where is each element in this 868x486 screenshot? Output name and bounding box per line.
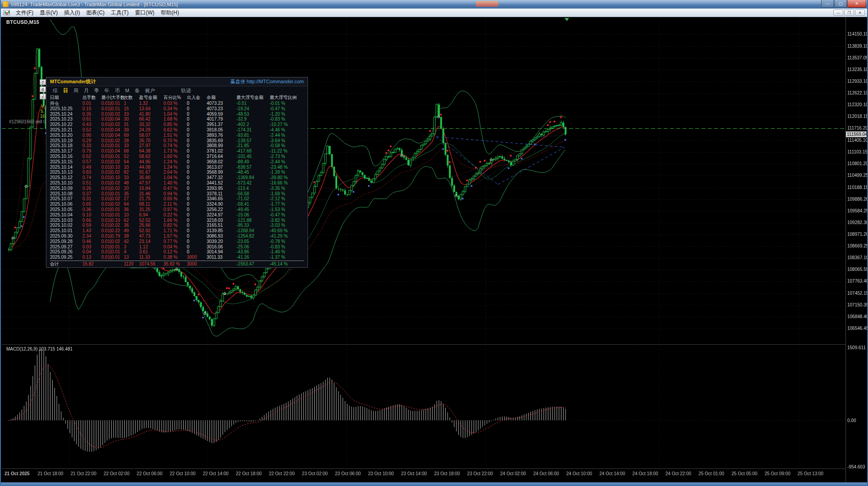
stats-tab-7[interactable]: 币 xyxy=(112,87,122,94)
restore-button[interactable]: ▢ xyxy=(834,0,847,8)
price-axis-label: 112622.10 xyxy=(847,90,868,95)
stats-cell: 0 xyxy=(187,112,207,117)
stats-cell: 31.46 xyxy=(139,191,163,197)
stats-cell: -3.03 % xyxy=(270,223,301,228)
stats-cell: 47.73 xyxy=(139,234,163,239)
chart-workspace: BTCUSD,M15 MACD(12,26,9) 103.715 146.481… xyxy=(2,17,866,482)
price-axis-label: 108971.20 xyxy=(847,232,868,237)
price-axis-label: 109584.25 xyxy=(847,208,868,213)
time-axis[interactable]: 21 Oct 202521 Oct 18:0021 Oct 22:0022 Oc… xyxy=(2,469,845,482)
stats-cell: 1.32 xyxy=(139,101,163,106)
stats-tab-3[interactable]: 周 xyxy=(71,87,81,94)
macd-indicator-label: MACD(12,26,9) 103.715 146.481 xyxy=(6,346,72,351)
stats-cell: 0.90 xyxy=(82,133,101,138)
stats-cell: 0.01|0.04 xyxy=(101,133,124,138)
stats-cell: 0.49 xyxy=(82,165,101,170)
stats-cell: 64.38 xyxy=(139,148,163,154)
stats-tab-9[interactable]: 备 xyxy=(132,87,142,94)
stats-cell: 3378.11 xyxy=(207,191,236,197)
app-icon xyxy=(3,1,9,7)
stats-cell: 0.01|0.01 xyxy=(101,249,124,255)
stats-cell: 3324.90 xyxy=(207,202,236,207)
stats-cell: 2025.09.27 xyxy=(50,244,82,250)
stats-tab-8[interactable]: M xyxy=(122,88,132,93)
time-axis-label: 22 Oct 18:00 xyxy=(236,471,262,476)
stats-cell: 2025.10.06 xyxy=(50,202,82,207)
mdi-restore-button[interactable]: ❐ xyxy=(844,9,854,16)
time-axis-label: 25 Oct 09:00 xyxy=(764,471,790,476)
menu-view[interactable]: 显示(V) xyxy=(36,9,61,17)
stats-cell: 2025.10.01 xyxy=(50,228,82,234)
stats-cell: -1.20 % xyxy=(270,112,301,117)
stats-cell: 2.11 % xyxy=(163,202,187,207)
price-axis-label: 107452.15 xyxy=(847,291,868,296)
stats-panel-brand-link[interactable]: 赢盘侠 http://MTCommander.com xyxy=(231,78,304,85)
stats-cell: -1254.82 xyxy=(236,234,270,239)
stats-cell: 1.68 % xyxy=(163,117,187,122)
stats-cell xyxy=(207,261,236,267)
stats-cell: -101.45 xyxy=(236,154,270,159)
stats-row: 2025.10.050.360.01|0.013631.250.97 %0325… xyxy=(50,207,304,212)
stats-cell: 3224.97 xyxy=(207,212,236,218)
stats-cell: 3000 xyxy=(187,261,207,267)
stats-cell: 2025.10.10 xyxy=(50,180,82,186)
stats-cell: 0 xyxy=(187,244,207,250)
stats-cell: 0.01|0.01 xyxy=(101,143,124,148)
stats-cell: 3613.07 xyxy=(207,165,236,170)
stats-cell: 0.01|0.02 xyxy=(101,122,124,127)
stats-cell: 24.29 xyxy=(139,127,163,133)
stats-cell: 2025.10.19 xyxy=(50,138,82,144)
stats-row: 2025.10.220.430.01|0.023133.320.85 %0395… xyxy=(50,122,304,127)
mdi-close-button[interactable]: ✕ xyxy=(855,9,865,16)
stats-cell: 3781.02 xyxy=(207,148,236,154)
menu-window[interactable]: 窗口(W) xyxy=(132,9,158,17)
stats-tab-5[interactable]: 季 xyxy=(91,87,102,94)
price-axis[interactable]: 114150.10113839.10113537.05113235.101129… xyxy=(845,17,866,482)
stats-row: 2025.10.070.310.01|0.022721.750.65 %0334… xyxy=(50,196,304,202)
stats-cell: 3256.22 xyxy=(207,207,236,212)
close-button[interactable]: ✕ xyxy=(847,0,866,8)
stats-cell: 0 xyxy=(187,170,207,175)
stats-cell: 0 xyxy=(187,186,207,191)
stats-cell: 0 xyxy=(187,106,207,112)
stats-row: 2025.10.190.290.01|0.022826.700.70 %0383… xyxy=(50,138,304,144)
menu-charts[interactable]: 图表(C) xyxy=(83,9,108,17)
stats-cell: 3808.99 xyxy=(207,143,236,148)
stats-cell: 0.01|0.04 xyxy=(101,127,124,133)
stats-cell: 2025.10.23 xyxy=(50,117,82,122)
ea-button-1[interactable]: 7 xyxy=(40,79,46,85)
stats-cell: 0 xyxy=(187,154,207,159)
stats-cell: 0.01|0.01 xyxy=(101,106,124,112)
stats-cell: 2025.10.16 xyxy=(50,154,82,159)
ea-button-2[interactable]: 8 xyxy=(40,86,46,92)
stats-tab-2[interactable]: 日 xyxy=(60,87,71,94)
stats-cell: -56.58 xyxy=(236,191,270,197)
menu-file[interactable]: 文件(F) xyxy=(13,9,36,17)
stats-tab-10[interactable]: 账户 xyxy=(142,87,158,94)
mtcommander-stats-panel[interactable]: MTCommander统计 赢盘侠 http://MTCommander.com… xyxy=(46,77,308,268)
ea-button-3[interactable]: √ xyxy=(40,94,46,99)
stats-tab-trajectory[interactable]: 轨迹 xyxy=(178,87,194,94)
menu-items: 文件(F)显示(V)插入(I)图表(C)工具(T)窗口(W)帮助(H) xyxy=(13,9,182,17)
stats-cell: 2025.10.12 xyxy=(50,175,82,180)
menu-tools[interactable]: 工具(T) xyxy=(108,9,131,17)
stats-cell: 54 xyxy=(124,159,139,165)
stats-tab-4[interactable]: 月 xyxy=(81,87,91,94)
window-title: 598124: TradeMaxGlobal-Live3 - TradeMax … xyxy=(11,2,178,7)
stats-row: 2025.10.030.660.01|0.106252.521.66 %0321… xyxy=(50,218,304,223)
mdi-minimize-button[interactable]: — xyxy=(833,9,843,16)
stats-tab-1[interactable]: 综 xyxy=(50,87,60,94)
stats-cell: 0.62 % xyxy=(163,127,187,133)
stats-cell: 62 xyxy=(124,218,139,223)
stats-row: 2025.10.011.430.01|0.224952.921.71 %0313… xyxy=(50,228,304,234)
titlebar[interactable]: 598124: TradeMaxGlobal-Live3 - TradeMax … xyxy=(1,0,867,9)
stats-panel-titlebar[interactable]: MTCommander统计 赢盘侠 http://MTCommander.com xyxy=(46,77,307,86)
stats-tab-6[interactable]: 年 xyxy=(102,87,112,94)
price-axis-label: 109886.20 xyxy=(847,197,868,202)
menu-insert[interactable]: 插入(I) xyxy=(61,9,83,17)
minimize-button[interactable]: — xyxy=(821,0,834,8)
stats-cell: -0.83 % xyxy=(270,244,301,250)
stats-row: 2025.09.302.340.01|0.793947.731.57 %0308… xyxy=(50,234,304,239)
stats-cell: 1.73 % xyxy=(163,148,187,154)
menu-help[interactable]: 帮助(H) xyxy=(158,9,182,17)
